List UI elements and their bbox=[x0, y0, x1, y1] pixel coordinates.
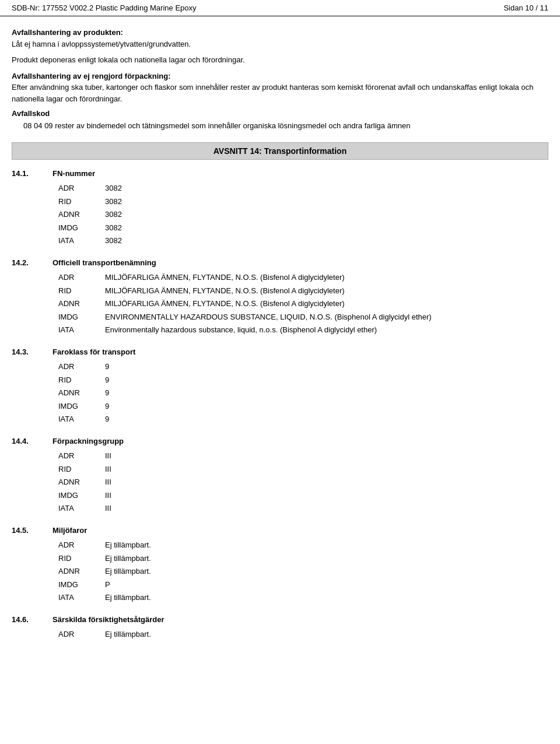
transport-row-label: ADR bbox=[58, 183, 105, 194]
transport-row: ADR3082 bbox=[58, 183, 548, 194]
section-14-6-rows: ADREj tillämpbart. bbox=[58, 629, 548, 640]
section-14-4-header: 14.4. Förpackningsgrupp bbox=[12, 436, 548, 447]
transport-row: RID3082 bbox=[58, 196, 548, 208]
page: SDB-Nr: 177552 V002.2 Plastic Padding Ma… bbox=[0, 0, 560, 744]
section-14-6-header: 14.6. Särskilda försiktighetsåtgärder bbox=[12, 614, 548, 626]
waste-product-heading: Avfallshantering av produkten: bbox=[12, 28, 123, 37]
section14-heading: AVSNITT 14: Transportinformation bbox=[12, 142, 548, 160]
transport-row: IMDG3082 bbox=[58, 222, 548, 234]
transport-row-label: ADNR bbox=[58, 476, 105, 488]
transport-row-value: III bbox=[105, 503, 548, 514]
transport-row-label: RID bbox=[58, 285, 105, 297]
section-14-4-title: Förpackningsgrupp bbox=[52, 436, 548, 447]
transport-row-value: III bbox=[105, 464, 548, 475]
section-14-5-header: 14.5. Miljöfaror bbox=[12, 525, 548, 536]
section-14-6: 14.6. Särskilda försiktighetsåtgärder AD… bbox=[12, 614, 548, 640]
transport-row: RIDMILJÖFARLIGA ÄMNEN, FLYTANDE, N.O.S. … bbox=[58, 285, 548, 297]
waste-product-text2: Produkt deponeras enligt lokala och nati… bbox=[12, 54, 548, 66]
section-14-5-title: Miljöfaror bbox=[52, 525, 548, 536]
section-14-4: 14.4. Förpackningsgrupp ADRIIIRIDIIIADNR… bbox=[12, 436, 548, 514]
transport-row: ADNR9 bbox=[58, 387, 548, 399]
transport-row-value: MILJÖFARLIGA ÄMNEN, FLYTANDE, N.O.S. (Bi… bbox=[105, 285, 548, 297]
transport-row-value: 9 bbox=[105, 361, 548, 373]
transport-row-label: RID bbox=[58, 196, 105, 208]
transport-row-label: RID bbox=[58, 374, 105, 386]
avfallskod-title: Avfallskod bbox=[12, 109, 548, 118]
transport-row-label: ADR bbox=[58, 272, 105, 283]
section-14-6-title: Särskilda försiktighetsåtgärder bbox=[52, 614, 548, 626]
transport-row-value: ENVIRONMENTALLY HAZARDOUS SUBSTANCE, LIQ… bbox=[105, 311, 548, 323]
section-14-2: 14.2. Officiell transportbenämning ADRMI… bbox=[12, 257, 548, 336]
transport-row-value: 9 bbox=[105, 374, 548, 386]
transport-row: IATA3082 bbox=[58, 235, 548, 247]
transport-row-value: Ej tillämpbart. bbox=[105, 553, 548, 564]
section-14-1: 14.1. FN-nummer ADR3082RID3082ADNR3082IM… bbox=[12, 168, 548, 247]
section-14-3-header: 14.3. Faroklass för transport bbox=[12, 346, 548, 358]
section-14-5: 14.5. Miljöfaror ADREj tillämpbart.RIDEj… bbox=[12, 525, 548, 603]
transport-row: IMDGP bbox=[58, 579, 548, 591]
header-right: Sidan 10 / 11 bbox=[503, 3, 548, 12]
section-14-1-rows: ADR3082RID3082ADNR3082IMDG3082IATA3082 bbox=[58, 183, 548, 247]
transport-row-value: 3082 bbox=[105, 196, 548, 208]
transport-row: ADNRIII bbox=[58, 476, 548, 488]
transport-row-label: ADNR bbox=[58, 298, 105, 310]
transport-row: ADRMILJÖFARLIGA ÄMNEN, FLYTANDE, N.O.S. … bbox=[58, 272, 548, 283]
section-14-2-title: Officiell transportbenämning bbox=[52, 257, 548, 269]
transport-row-value: Ej tillämpbart. bbox=[105, 566, 548, 577]
transport-row: IMDGENVIRONMENTALLY HAZARDOUS SUBSTANCE,… bbox=[58, 311, 548, 323]
transport-row: ADRIII bbox=[58, 450, 548, 462]
transport-row-label: RID bbox=[58, 553, 105, 564]
transport-row-label: ADR bbox=[58, 450, 105, 462]
waste-section: Avfallshantering av produkten: Låt ej ha… bbox=[12, 27, 548, 132]
transport-row: ADR9 bbox=[58, 361, 548, 373]
transport-row: RIDIII bbox=[58, 464, 548, 475]
section-14-4-num: 14.4. bbox=[12, 436, 52, 447]
transport-row-label: IATA bbox=[58, 592, 105, 603]
section-14-2-rows: ADRMILJÖFARLIGA ÄMNEN, FLYTANDE, N.O.S. … bbox=[58, 272, 548, 336]
transport-row: RIDEj tillämpbart. bbox=[58, 553, 548, 564]
waste-product-title: Avfallshantering av produkten: Låt ej ha… bbox=[12, 27, 548, 50]
transport-row-value: III bbox=[105, 490, 548, 501]
section-14-3-rows: ADR9RID9ADNR9IMDG9IATA9 bbox=[58, 361, 548, 425]
transport-row-value: III bbox=[105, 476, 548, 488]
transport-row-label: IATA bbox=[58, 235, 105, 247]
transport-row-label: IATA bbox=[58, 503, 105, 514]
transport-row-label: IMDG bbox=[58, 579, 105, 591]
transport-row-value: 3082 bbox=[105, 209, 548, 220]
transport-row-label: ADR bbox=[58, 361, 105, 373]
transport-row-value: Ej tillämpbart. bbox=[105, 592, 548, 603]
waste-packaging-text: Efter användning ska tuber, kartonger oc… bbox=[12, 83, 533, 103]
transport-row-value: 9 bbox=[105, 401, 548, 412]
section-14-2-header: 14.2. Officiell transportbenämning bbox=[12, 257, 548, 269]
transport-row-value: 9 bbox=[105, 387, 548, 399]
section-14-6-num: 14.6. bbox=[12, 614, 52, 626]
avfallskod-block: Avfallskod 08 04 09 rester av bindemedel… bbox=[12, 109, 548, 132]
transport-row-value: Ej tillämpbart. bbox=[105, 629, 548, 640]
transport-row: ADNRMILJÖFARLIGA ÄMNEN, FLYTANDE, N.O.S.… bbox=[58, 298, 548, 310]
transport-row-value: 9 bbox=[105, 413, 548, 425]
section-14-3-num: 14.3. bbox=[12, 346, 52, 358]
transport-row-label: IATA bbox=[58, 324, 105, 336]
waste-packaging-block: Avfallshantering av ej rengjord förpackn… bbox=[12, 71, 548, 105]
section-14-4-rows: ADRIIIRIDIIIADNRIIIIMDGIIIIATAIII bbox=[58, 450, 548, 514]
transport-row-value: 3082 bbox=[105, 235, 548, 247]
transport-row-label: ADNR bbox=[58, 209, 105, 220]
transport-row: IATAEnvironmentally hazardous substance,… bbox=[58, 324, 548, 336]
header-left: SDB-Nr: 177552 V002.2 Plastic Padding Ma… bbox=[12, 3, 197, 12]
transport-row-label: IMDG bbox=[58, 222, 105, 234]
section-14-1-num: 14.1. bbox=[12, 168, 52, 180]
transport-row-value: III bbox=[105, 450, 548, 462]
section-14-5-rows: ADREj tillämpbart.RIDEj tillämpbart.ADNR… bbox=[58, 539, 548, 603]
transport-row: ADNR3082 bbox=[58, 209, 548, 220]
transport-row-label: ADR bbox=[58, 629, 105, 640]
waste-product-text1: Låt ej hamna i avloppssystemet/ytvatten/… bbox=[12, 40, 191, 48]
section-14-1-title: FN-nummer bbox=[52, 168, 548, 180]
waste-packaging-title: Avfallshantering av ej rengjord förpackn… bbox=[12, 72, 171, 80]
transport-row-value: MILJÖFARLIGA ÄMNEN, FLYTANDE, N.O.S. (Bi… bbox=[105, 272, 548, 283]
section-14-3-title: Faroklass för transport bbox=[52, 346, 548, 358]
transport-row: IMDG9 bbox=[58, 401, 548, 412]
transport-row: RID9 bbox=[58, 374, 548, 386]
section-14-1-header: 14.1. FN-nummer bbox=[12, 168, 548, 180]
section-14-3: 14.3. Faroklass för transport ADR9RID9AD… bbox=[12, 346, 548, 425]
transport-row-value: 3082 bbox=[105, 183, 548, 194]
